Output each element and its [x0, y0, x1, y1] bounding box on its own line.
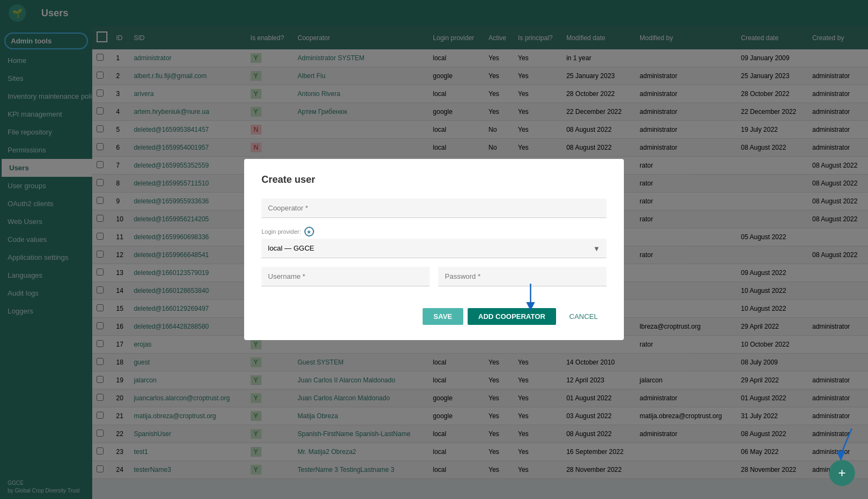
svg-line-2: [841, 428, 852, 455]
login-provider-wrapper: local — GGCE google local ▼: [261, 239, 607, 258]
modal-overlay[interactable]: Create user Login provider: ★ local — GG…: [0, 0, 868, 499]
fab-add-button[interactable]: +: [829, 460, 855, 486]
add-cooperator-button[interactable]: ADD COOPERATOR: [468, 308, 557, 325]
svg-marker-1: [526, 302, 535, 311]
login-provider-section: Login provider: ★ local — GGCE google lo…: [261, 227, 607, 258]
cancel-button[interactable]: CANCEL: [560, 308, 607, 325]
username-field: [261, 267, 430, 286]
star-icon: ★: [304, 227, 314, 236]
username-password-row: [261, 267, 607, 295]
modal-title: Create user: [261, 174, 607, 185]
create-user-modal: Create user Login provider: ★ local — GG…: [244, 159, 624, 340]
username-input[interactable]: [261, 267, 430, 286]
cooperator-input[interactable]: [261, 199, 607, 218]
save-button[interactable]: SAVE: [423, 308, 463, 325]
modal-actions: SAVE ADD COOPERATOR CANCEL: [261, 308, 607, 325]
login-provider-label: Login provider: ★: [261, 227, 607, 236]
arrow-annotation: [520, 284, 541, 311]
cooperator-field: [261, 199, 607, 218]
bottom-right-arrow: [835, 428, 857, 461]
login-provider-select[interactable]: local — GGCE google local: [261, 239, 607, 258]
